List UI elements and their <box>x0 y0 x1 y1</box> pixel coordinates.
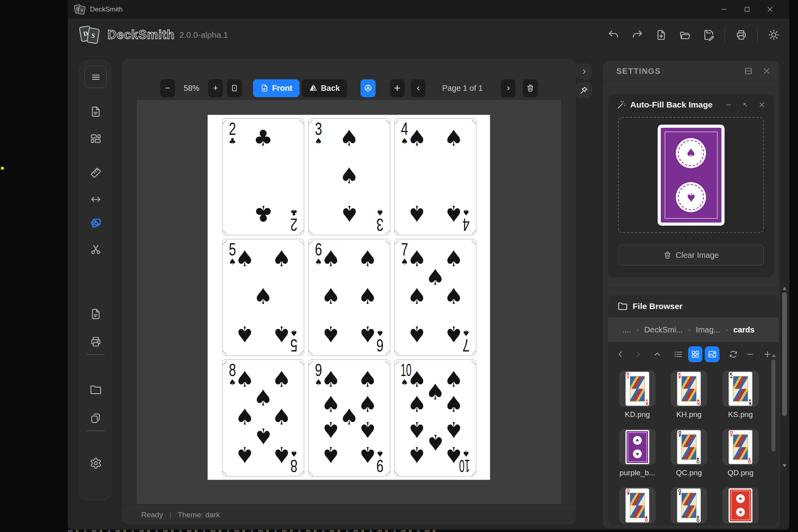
sidebar-item-printer[interactable] <box>89 335 102 348</box>
app-logo: D S <box>80 25 102 45</box>
autofill-close-button[interactable] <box>756 99 767 110</box>
printer-icon[interactable] <box>733 27 749 42</box>
file-thumbnail: Q♦Q♦ <box>722 429 759 465</box>
back-tab-button[interactable]: Back <box>302 79 347 97</box>
card-5-spade[interactable]: 5♠5♠♠♠♠♠♠ <box>222 239 304 356</box>
maximize-button[interactable] <box>735 2 758 17</box>
app-version: 2.0.0-alpha.1 <box>179 30 228 40</box>
sidebar-divider <box>86 354 105 355</box>
fb-image-button[interactable] <box>705 346 719 362</box>
clear-image-button[interactable]: Clear Image <box>618 245 764 265</box>
breadcrumb-item-current[interactable]: cards <box>733 325 754 334</box>
card-4-spade[interactable]: 4♠4♠♠♠♠♠ <box>394 118 476 235</box>
fit-page-button[interactable] <box>227 79 242 97</box>
file-grid-scrollbar[interactable] <box>771 354 776 522</box>
close-button[interactable] <box>758 2 781 17</box>
card-8-spade[interactable]: 8♠8♠♠♠♠♠♠♠♠♠ <box>222 359 304 476</box>
back-image-preview: ♠ ♠ <box>658 125 724 225</box>
redo-icon[interactable] <box>629 27 645 42</box>
file-item-purple_b...[interactable]: ♠♠purple_b... <box>612 429 663 477</box>
dock-panel-button[interactable] <box>742 65 754 77</box>
trash-icon <box>663 251 672 259</box>
close-settings-button[interactable] <box>761 65 773 77</box>
sidebar-item-scissors[interactable] <box>89 243 102 255</box>
delete-page-button[interactable] <box>523 79 538 97</box>
sidebar-item-ruler[interactable] <box>89 166 102 179</box>
window-title: DeckSmith <box>90 6 123 13</box>
settings-header: SETTINGS <box>603 61 780 81</box>
sun-icon[interactable] <box>766 27 781 42</box>
canvas-toolbar: − 58% + Front Back + ‹ P <box>122 79 576 98</box>
zoom-in-button[interactable]: + <box>208 79 223 97</box>
collapse-panel-button[interactable] <box>576 63 592 79</box>
folder-open-icon[interactable] <box>677 27 692 42</box>
breadcrumb-item-1[interactable]: DeckSmi... <box>645 325 683 334</box>
breadcrumb-item-2[interactable]: Imag... <box>696 325 720 334</box>
file-item-KD.png[interactable]: K♦K♦KD.png <box>612 371 663 419</box>
file-item-row3-1[interactable]: Q♠Q♠ <box>664 487 714 524</box>
next-page-button[interactable]: › <box>501 79 516 97</box>
card-3-spade[interactable]: 3♠3♠♠♠♠ <box>308 118 390 235</box>
sidebar-item-file-text[interactable] <box>89 105 102 118</box>
save-icon[interactable] <box>701 27 716 42</box>
file-item-row3-2[interactable]: ♠♠ <box>715 487 766 524</box>
sidebar-item-images-active[interactable] <box>89 217 102 230</box>
titlebar-left: D S DeckSmith <box>68 4 123 15</box>
canvas-viewport[interactable]: 2♣2♣♣♣3♠3♠♠♠♠4♠4♠♠♠♠♠5♠5♠♠♠♠♠♠6♠6♠♠♠♠♠♠♠… <box>137 100 561 504</box>
sidebar-item-layout[interactable] <box>89 132 102 145</box>
sidebar-item-copy[interactable] <box>89 412 102 424</box>
autofill-popout-button[interactable] <box>740 99 751 110</box>
fb-chevron-left-button[interactable] <box>614 346 628 362</box>
breadcrumb-separator: › <box>637 326 639 333</box>
settings-title: SETTINGS <box>603 67 661 76</box>
fb-chevron-right-button[interactable] <box>631 346 645 362</box>
card-10-spade[interactable]: 10♠10♠♠♠♠♠♠♠♠♠♠♠ <box>394 359 476 476</box>
sidebar-item-gear[interactable] <box>89 457 102 469</box>
fb-grid-button[interactable] <box>688 346 703 362</box>
file-plus-icon[interactable] <box>653 27 669 42</box>
fb-list-button[interactable] <box>671 346 686 362</box>
sidebar-item-file-text[interactable] <box>89 307 102 320</box>
fb-minus-button[interactable] <box>743 346 758 362</box>
autofill-minimize-button[interactable] <box>723 99 734 110</box>
minimize-button[interactable] <box>712 2 735 17</box>
file-item-KS.png[interactable]: K♠K♠KS.png <box>715 371 766 419</box>
card-pips: ♠♠♠ <box>320 132 378 221</box>
breadcrumb-item-0[interactable]: .... <box>622 325 631 334</box>
file-item-row3-0[interactable]: Q♥Q♥ <box>612 487 663 524</box>
zoom-out-button[interactable]: − <box>160 79 175 97</box>
file-item-QD.png[interactable]: Q♦Q♦QD.png <box>715 429 766 477</box>
file-thumbnail: K♦K♦ <box>619 371 656 407</box>
file-item-KH.png[interactable]: K♥K♥KH.png <box>664 371 714 419</box>
back-image-dropzone[interactable]: ♠ ♠ <box>618 117 764 233</box>
sidebar-item-folder[interactable] <box>89 383 102 396</box>
file-thumbnail: ♠♠ <box>722 487 759 524</box>
card-2-club[interactable]: 2♣2♣♣♣ <box>222 118 304 235</box>
card-9-spade[interactable]: 9♠9♠♠♠♠♠♠♠♠♠♠ <box>308 359 390 476</box>
front-tab-button[interactable]: Front <box>253 79 299 97</box>
chevron-right-icon <box>580 67 588 76</box>
file-grid: K♦K♦KD.pngK♥K♥KH.pngK♠K♠KS.png♠♠purple_b… <box>612 371 769 525</box>
prev-page-button[interactable]: ‹ <box>411 79 426 97</box>
menu-button[interactable] <box>84 66 107 88</box>
settings-scrollbar[interactable] <box>782 287 787 467</box>
sidebar-item-move-horizontal[interactable] <box>89 193 102 206</box>
titlebar[interactable]: D S DeckSmith <box>68 0 789 19</box>
status-bar: Ready | Theme: dark <box>122 505 576 524</box>
file-name: KH.png <box>664 410 714 419</box>
undo-icon[interactable] <box>606 27 621 42</box>
add-page-button[interactable]: + <box>390 79 405 97</box>
file-browser-toolbar <box>608 342 779 367</box>
pin-panel-button[interactable] <box>576 83 592 98</box>
file-thumbnail: K♥K♥ <box>671 371 707 407</box>
card-6-spade[interactable]: 6♠6♠♠♠♠♠♠♠ <box>308 239 390 356</box>
breadcrumb-separator: › <box>726 326 728 333</box>
preview-3d-button[interactable] <box>361 79 376 97</box>
desktop: D S DeckSmith D S <box>0 0 798 532</box>
fb-chevron-up-button[interactable] <box>650 346 665 362</box>
fb-refresh-button[interactable] <box>726 346 740 362</box>
file-item-QC.png[interactable]: Q♣Q♣QC.png <box>664 429 714 477</box>
file-name: KD.png <box>612 410 663 419</box>
card-7-spade[interactable]: 7♠7♠♠♠♠♠♠♠♠ <box>394 239 476 356</box>
close-icon <box>762 66 771 76</box>
